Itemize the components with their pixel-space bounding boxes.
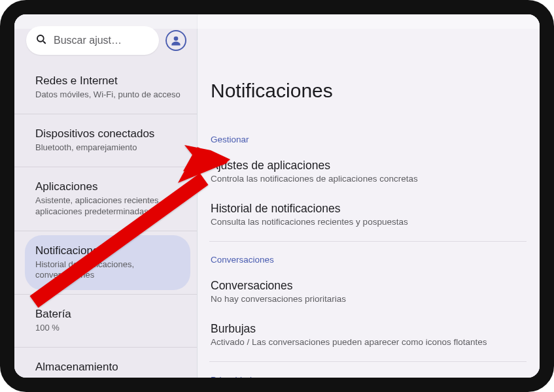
divider [14, 231, 197, 231]
tablet-frame: Buscar ajust… Redes e Internet Datos móv… [0, 0, 554, 392]
notch [238, 5, 317, 12]
screen: Buscar ajust… Redes e Internet Datos móv… [14, 14, 540, 378]
setting-sub: No hay conversaciones prioritarias [211, 294, 525, 304]
setting-app-settings[interactable]: Ajustes de aplicaciones Controla las not… [209, 151, 527, 194]
sidebar-item-sub: Datos móviles, Wi-Fi, punto de acceso [35, 90, 182, 101]
setting-title: Ajustes de aplicaciones [211, 159, 525, 172]
setting-bubbles[interactable]: Burbujas Activado / Las conversaciones p… [209, 314, 527, 357]
sidebar-item-sub: 100 % [35, 323, 182, 334]
status-bar [14, 14, 540, 29]
sidebar-item-connected-devices[interactable]: Dispositivos conectados Bluetooth, empar… [14, 118, 197, 163]
svg-point-2 [174, 37, 179, 41]
sidebar-item-apps[interactable]: Aplicaciones Asistente, aplicaciones rec… [14, 171, 197, 227]
sidebar-list: Redes e Internet Datos móviles, Wi-Fi, p… [14, 65, 197, 378]
sidebar-item-notifications[interactable]: Notificaciones Historial de notificacion… [25, 235, 190, 291]
section-label-manage: Gestionar [209, 125, 527, 151]
divider [14, 114, 197, 114]
sidebar-item-network[interactable]: Redes e Internet Datos móviles, Wi-Fi, p… [14, 65, 197, 110]
setting-sub: Activado / Las conversaciones pueden apa… [211, 337, 525, 347]
search-icon [35, 33, 47, 48]
section-label-conversations: Conversaciones [209, 246, 527, 271]
setting-sub: Consulta las notificaciones recientes y … [211, 217, 525, 227]
page-title: Notificaciones [209, 14, 527, 125]
sidebar-item-sub: Bluetooth, emparejamiento [35, 142, 182, 154]
sidebar-item-storage[interactable]: Almacenamiento 31 % usado - 5,56 GB disp… [14, 351, 197, 378]
sidebar-item-title: Dispositivos conectados [35, 127, 182, 140]
section-label-privacy: Privacidad [209, 366, 527, 378]
search-input[interactable]: Buscar ajust… [26, 26, 159, 55]
divider [14, 294, 197, 295]
sidebar-item-title: Almacenamiento [35, 361, 182, 374]
sidebar-item-sub: Asistente, aplicaciones recientes, aplic… [35, 195, 182, 218]
setting-title: Historial de notificaciones [211, 202, 525, 216]
settings-main: Notificaciones Gestionar Ajustes de apli… [198, 14, 540, 378]
svg-point-0 [37, 35, 44, 42]
sidebar-item-sub: Historial de notificaciones, conversacio… [35, 259, 180, 282]
setting-conversations[interactable]: Conversaciones No hay conversaciones pri… [209, 271, 527, 314]
sidebar-item-sub: 31 % usado - 5,56 GB disponibles [35, 376, 182, 378]
setting-title: Burbujas [211, 322, 525, 336]
search-placeholder: Buscar ajust… [54, 35, 122, 46]
divider [209, 361, 527, 362]
sidebar-item-battery[interactable]: Batería 100 % [14, 299, 197, 343]
sidebar-item-title: Redes e Internet [35, 74, 182, 88]
sidebar-item-title: Aplicaciones [35, 180, 182, 193]
search-row: Buscar ajust… [14, 26, 197, 65]
divider [209, 241, 527, 242]
divider [14, 167, 197, 167]
sidebar-item-title: Batería [35, 308, 182, 321]
divider [14, 347, 197, 348]
setting-notification-history[interactable]: Historial de notificaciones Consulta las… [209, 194, 527, 237]
setting-sub: Controla las notificaciones de aplicacio… [211, 174, 525, 184]
svg-line-1 [43, 41, 46, 44]
settings-sidebar: Buscar ajust… Redes e Internet Datos móv… [14, 14, 198, 378]
sidebar-item-title: Notificaciones [35, 244, 180, 257]
profile-avatar[interactable] [165, 30, 186, 51]
setting-title: Conversaciones [211, 279, 525, 293]
